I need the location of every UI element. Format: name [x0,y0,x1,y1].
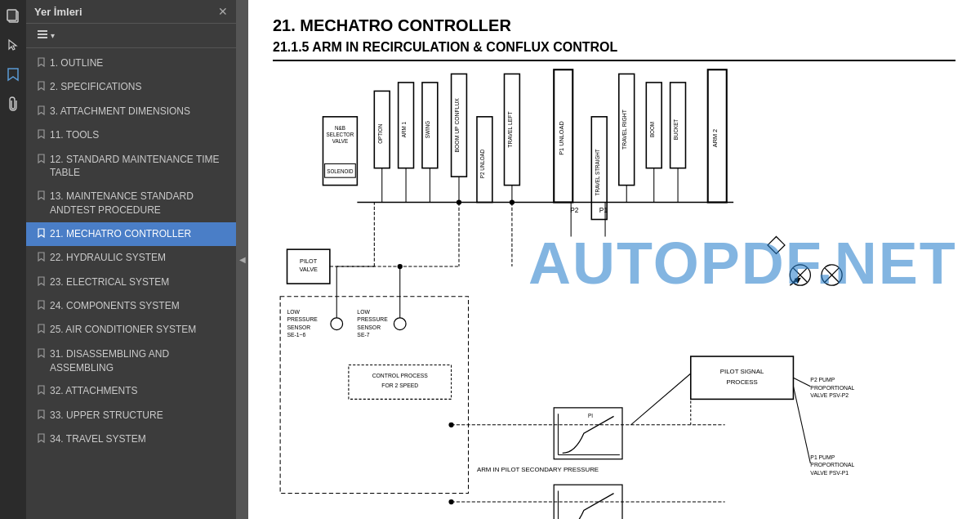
sidebar-item-label-14: 33. UPPER STRUCTURE [50,409,228,423]
svg-text:P2 UNLOAD: P2 UNLOAD [479,149,485,178]
sidebar-item-12[interactable]: 31. DISASSEMBLING AND ASSEMBLING [26,342,236,380]
svg-text:VALVE PSV-P1: VALVE PSV-P1 [810,470,849,476]
svg-text:PRESSURE: PRESSURE [287,316,318,322]
svg-text:SE-7: SE-7 [357,332,369,338]
sidebar-item-label-1: 1. OUTLINE [50,56,228,70]
sidebar-close-button[interactable]: ✕ [218,5,228,18]
svg-text:PILOT: PILOT [300,257,318,265]
bookmark-icon [38,105,45,119]
diagram-svg-wrapper: N&B SELECTOR VALVE SOLENOID OPTION ARM 1… [265,65,980,519]
bookmark-icon [38,81,45,94]
svg-text:PROPORTIONAL: PROPORTIONAL [810,385,854,391]
bookmark-icon [38,433,45,446]
svg-rect-1 [7,10,16,20]
main-content: 21. MECHATRO CONTROLLER 21.1.5 ARM IN RE… [248,0,980,519]
svg-text:SOLENOID: SOLENOID [327,168,354,174]
sidebar-toolbar-menu[interactable]: ▾ [33,27,58,44]
sidebar-toolbar: ▾ [26,24,236,48]
sidebar-item-9[interactable]: 23. ELECTRICAL SYSTEM [26,271,236,294]
sidebar-item-10[interactable]: 24. COMPONENTS SYSTEM [26,294,236,318]
svg-text:P1 UNLOAD: P1 UNLOAD [558,121,565,155]
sidebar: Yer İmleri ✕ ▾ 1. OUTLINE2. SPECIFICATIO… [26,0,237,519]
svg-text:PROPORTIONAL: PROPORTIONAL [810,462,854,468]
svg-text:SENSOR: SENSOR [357,324,381,330]
svg-text:FOR 2 SPEED: FOR 2 SPEED [381,383,418,388]
diagram-area: 21. MECHATRO CONTROLLER 21.1.5 ARM IN RE… [248,0,980,519]
svg-point-52 [394,318,406,330]
sidebar-header: Yer İmleri ✕ [26,0,236,24]
sidebar-item-1[interactable]: 1. OUTLINE [26,51,236,75]
sidebar-item-label-3: 3. ATTACHMENT DIMENSIONS [50,105,228,119]
svg-text:BOOM: BOOM [649,122,655,137]
bookmark-icon [38,252,45,265]
copy-icon[interactable] [4,7,22,25]
svg-text:VALVE: VALVE [299,266,318,273]
svg-text:PILOT SIGNAL: PILOT SIGNAL [720,368,764,375]
sidebar-item-3[interactable]: 3. ATTACHMENT DIMENSIONS [26,100,236,123]
svg-point-105 [398,264,403,269]
sidebar-item-14[interactable]: 33. UPPER STRUCTURE [26,404,236,427]
sidebar-item-label-8: 22. HYDRAULIC SYSTEM [50,251,228,265]
bookmark-panel-icon[interactable] [4,65,22,83]
sidebar-item-11[interactable]: 25. AIR CONDITIONER SYSTEM [26,318,236,342]
svg-text:ARM 1: ARM 1 [401,121,407,137]
sidebar-item-label-5: 12. STANDARD MAINTENANCE TIME TABLE [50,153,228,181]
svg-point-47 [331,318,343,330]
sidebar-item-8[interactable]: 22. HYDRAULIC SYSTEM [26,246,236,270]
sidebar-item-label-9: 23. ELECTRICAL SYSTEM [50,275,228,289]
bookmark-icon [38,324,45,337]
svg-text:VALVE: VALVE [332,138,348,144]
bookmark-icon [38,385,45,398]
svg-text:LOW: LOW [287,309,301,315]
svg-text:ARM IN PILOT SECONDARY PRESSUR: ARM IN PILOT SECONDARY PRESSURE [477,466,599,473]
svg-text:SWING: SWING [425,121,430,138]
svg-marker-76 [768,236,785,253]
svg-text:OPTION: OPTION [377,123,383,143]
sidebar-item-label-11: 25. AIR CONDITIONER SYSTEM [50,323,228,337]
svg-rect-3 [38,34,47,35]
sidebar-item-7[interactable]: 21. MECHATRO CONTROLLER [26,222,236,246]
sidebar-item-4[interactable]: 11. TOOLS [26,123,236,147]
bookmark-icon [38,154,45,167]
svg-text:VALVE PSV-P2: VALVE PSV-P2 [810,392,849,398]
list-icon [36,29,49,43]
sidebar-item-15[interactable]: 34. TRAVEL SYSTEM [26,427,236,451]
sidebar-item-6[interactable]: 13. MAINTENANCE STANDARD ANDTEST PROCEDU… [26,185,236,222]
sidebar-collapse-button[interactable]: ◀ [237,0,248,519]
svg-text:P2 PUMP: P2 PUMP [810,377,835,383]
svg-text:P1 PUMP: P1 PUMP [810,454,835,460]
bookmark-icon [38,276,45,289]
svg-point-113 [448,499,453,504]
svg-text:BUCKET: BUCKET [673,119,679,141]
svg-line-108 [793,378,810,386]
attachment-icon[interactable] [4,95,22,113]
svg-text:P2: P2 [570,206,579,214]
bookmark-icon [38,57,45,70]
sidebar-list: 1. OUTLINE2. SPECIFICATIONS3. ATTACHMENT… [26,48,236,519]
diagram-subtitle: 21.1.5 ARM IN RECIRCULATION & CONFLUX CO… [273,40,956,61]
svg-text:CONTROL PROCESS: CONTROL PROCESS [372,373,429,378]
sidebar-item-label-12: 31. DISASSEMBLING AND ASSEMBLING [50,347,228,375]
svg-text:N&B: N&B [335,125,345,131]
cursor-icon[interactable] [4,36,22,54]
icon-bar [0,0,26,519]
sidebar-item-label-6: 13. MAINTENANCE STANDARD ANDTEST PROCEDU… [50,190,228,217]
svg-text:BOOM UP CONFLUX: BOOM UP CONFLUX [454,98,460,153]
svg-text:PROCESS: PROCESS [726,378,757,386]
svg-text:TRAVEL STRAIGHT: TRAVEL STRAIGHT [595,149,600,195]
bookmark-icon [38,190,45,204]
dropdown-arrow-icon: ▾ [51,31,55,40]
svg-point-112 [448,423,453,427]
svg-text:P1: P1 [599,206,608,214]
svg-text:SE-1~6: SE-1~6 [287,332,306,338]
sidebar-item-2[interactable]: 2. SPECIFICATIONS [26,75,236,99]
diagram-title: 21. MECHATRO CONTROLLER [273,16,956,35]
bookmark-icon [38,129,45,142]
svg-rect-4 [38,37,47,38]
sidebar-item-13[interactable]: 32. ATTACHMENTS [26,379,236,403]
diagram-svg: N&B SELECTOR VALVE SOLENOID OPTION ARM 1… [265,65,980,519]
svg-text:LOW: LOW [357,309,370,315]
sidebar-item-5[interactable]: 12. STANDARD MAINTENANCE TIME TABLE [26,148,236,186]
svg-text:PRESSURE: PRESSURE [357,316,388,322]
sidebar-item-label-15: 34. TRAVEL SYSTEM [50,432,228,446]
